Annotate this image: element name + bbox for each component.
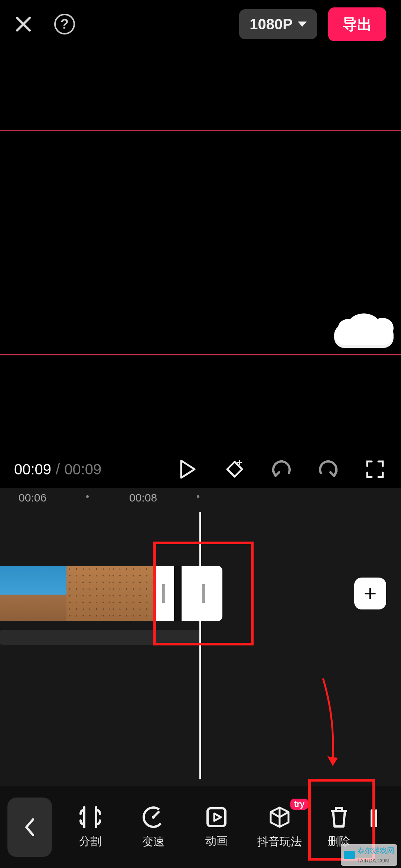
- help-button[interactable]: ?: [54, 14, 75, 34]
- timeline[interactable]: 00:06 00:08 +: [0, 488, 401, 792]
- ruler-dot: [197, 495, 199, 498]
- try-badge: try: [290, 799, 308, 810]
- keyframe-button[interactable]: [224, 459, 245, 480]
- ruler-mark: 00:08: [129, 491, 157, 504]
- clip-handle-right[interactable]: [182, 566, 222, 621]
- tool-label: 分割: [79, 834, 101, 849]
- watermark: 泰尔游戏网 TAIRDA.COM: [341, 844, 397, 866]
- current-time: 00:09: [14, 461, 51, 478]
- cloud-sticker: [327, 310, 401, 351]
- resolution-label: 1080P: [250, 16, 293, 33]
- svg-point-1: [152, 816, 155, 819]
- redo-button[interactable]: [318, 459, 339, 480]
- tool-douyin-play[interactable]: try 抖音玩法: [248, 792, 311, 862]
- fullscreen-button[interactable]: [365, 459, 385, 480]
- secondary-track[interactable]: [0, 630, 200, 645]
- svg-rect-2: [208, 808, 225, 826]
- watermark-logo-icon: [344, 851, 355, 859]
- export-label: 导出: [342, 16, 372, 32]
- annotation-arrow: [319, 677, 342, 770]
- ruler-mark: 00:06: [19, 491, 46, 504]
- video-preview[interactable]: [0, 130, 401, 355]
- clip-thumbnail: [0, 566, 23, 621]
- tool-label: 抖音玩法: [257, 834, 302, 849]
- trash-icon: [329, 806, 349, 829]
- clip-handle-left[interactable]: [153, 566, 174, 621]
- tool-label: 变速: [142, 834, 164, 849]
- clip-thumbnail: [110, 566, 153, 621]
- chevron-down-icon: [298, 22, 307, 27]
- clip-gap: [174, 566, 182, 621]
- split-icon: [79, 806, 101, 829]
- watermark-text: 泰尔游戏网: [357, 846, 394, 855]
- back-button[interactable]: [7, 798, 52, 857]
- add-clip-button[interactable]: +: [354, 578, 386, 609]
- time-ruler: 00:06 00:08: [0, 488, 401, 510]
- tool-speed[interactable]: 变速: [122, 792, 185, 862]
- animation-icon: [205, 806, 228, 828]
- total-time: 00:09: [64, 461, 101, 478]
- time-separator: /: [56, 461, 60, 478]
- resolution-dropdown[interactable]: 1080P: [239, 9, 317, 39]
- clip-thumbnail: [23, 566, 66, 621]
- next-tool-icon: [369, 807, 384, 830]
- undo-button[interactable]: [271, 459, 292, 480]
- play-button[interactable]: [177, 459, 198, 480]
- tool-animation[interactable]: 动画: [185, 792, 248, 862]
- playhead[interactable]: [199, 512, 201, 779]
- clip-selection-handles[interactable]: [153, 566, 222, 621]
- speed-icon: [141, 805, 165, 829]
- watermark-url: TAIRDA.COM: [357, 858, 389, 864]
- cube-icon: [268, 805, 291, 829]
- ruler-dot: [86, 495, 89, 498]
- time-display: 00:09 / 00:09: [14, 461, 101, 478]
- clip-thumbnail: [66, 566, 110, 621]
- close-button[interactable]: [15, 16, 32, 33]
- tool-split[interactable]: 分割: [59, 792, 122, 862]
- export-button[interactable]: 导出: [328, 7, 386, 41]
- tool-label: 动画: [205, 834, 228, 849]
